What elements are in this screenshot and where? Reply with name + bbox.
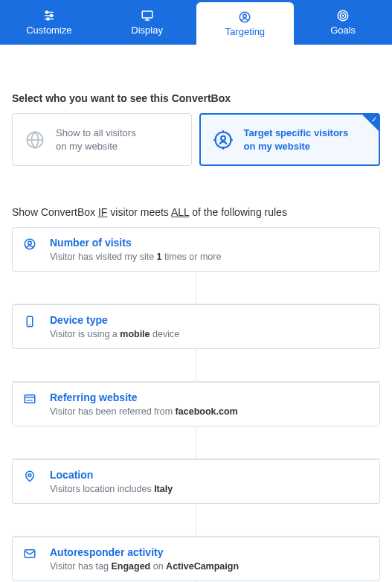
tab-label: Targeting	[225, 26, 265, 37]
mail-icon	[23, 547, 36, 560]
rule-description: Visitor has visited my site 1 times or m…	[50, 252, 369, 262]
rule-title: Device type	[50, 314, 369, 326]
browser-icon: www	[23, 392, 36, 406]
rule-autoresponder-activity[interactable]: Autoresponder activity Visitor has tag E…	[12, 537, 380, 581]
audience-options: Show to all visitors on my website Targe…	[12, 113, 380, 166]
rules-heading: Show ConvertBox IF visitor meets ALL of …	[12, 206, 380, 218]
rule-title: Autoresponder activity	[50, 546, 369, 558]
audience-specific-visitors[interactable]: Target specific visitors on my website	[199, 113, 381, 166]
rule-connector	[12, 349, 380, 382]
rule-location[interactable]: Location Visitors location includes Ital…	[12, 459, 380, 504]
rule-title: Location	[50, 469, 369, 481]
svg-rect-6	[142, 11, 152, 18]
rule-device-type[interactable]: Device type Visitor is using a mobile de…	[12, 304, 380, 349]
tab-targeting[interactable]: Targeting	[196, 2, 295, 45]
user-target-icon	[238, 10, 251, 24]
rule-description: Visitor has been referred from facebook.…	[50, 406, 369, 417]
svg-point-10	[243, 14, 247, 18]
audience-specific-text: Target specific visitors on my website	[244, 127, 349, 153]
svg-point-3	[45, 11, 48, 13]
globe-icon	[25, 129, 45, 150]
rule-connector	[12, 272, 380, 304]
sliders-icon	[42, 9, 56, 22]
svg-point-4	[50, 15, 52, 17]
audience-all-text: Show to all visitors on my website	[56, 127, 136, 153]
tab-goals[interactable]: Goals	[294, 0, 392, 45]
tab-display[interactable]: Display	[98, 0, 196, 45]
rule-description: Visitor is using a mobile device	[50, 329, 369, 339]
rule-number-of-visits[interactable]: Number of visits Visitor has visited my …	[12, 227, 380, 272]
svg-point-28	[28, 474, 31, 477]
audience-heading: Select who you want to see this ConvertB…	[12, 92, 380, 104]
rule-title: Referring website	[50, 391, 369, 403]
rule-referring-website[interactable]: www Referring website Visitor has been r…	[12, 382, 380, 426]
user-circle-icon	[23, 237, 36, 251]
svg-point-16	[221, 135, 225, 140]
rule-description: Visitor has tag Engaged on ActiveCampaig…	[50, 561, 369, 572]
rule-description: Visitors location includes Italy	[50, 484, 369, 494]
crosshair-user-icon	[213, 129, 234, 150]
rule-title: Number of visits	[50, 237, 369, 249]
svg-point-5	[47, 18, 49, 20]
rule-connector	[12, 426, 380, 459]
mobile-icon	[23, 315, 36, 328]
target-icon	[336, 9, 350, 22]
audience-all-visitors[interactable]: Show to all visitors on my website	[12, 113, 192, 166]
rule-connector	[12, 504, 380, 537]
tab-customize[interactable]: Customize	[0, 0, 98, 45]
svg-point-13	[342, 15, 344, 16]
tab-label: Customize	[26, 25, 71, 36]
check-icon	[362, 115, 379, 131]
pin-icon	[23, 470, 36, 483]
monitor-icon	[141, 9, 154, 22]
tab-label: Goals	[330, 25, 356, 36]
tab-label: Display	[131, 25, 163, 36]
svg-point-22	[28, 241, 32, 245]
top-tabs: Customize Display Targeting Goals	[0, 0, 392, 45]
svg-text:www: www	[25, 399, 33, 402]
main-content: Select who you want to see this ConvertB…	[0, 45, 392, 582]
